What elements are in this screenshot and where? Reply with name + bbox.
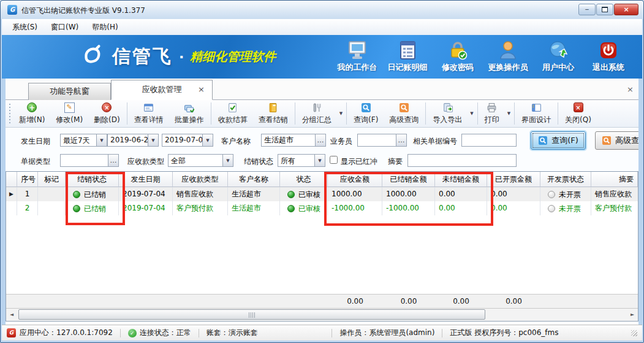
tab-receivables[interactable]: 应收款管理 ×: [111, 80, 213, 100]
user-center-globe-icon: [548, 40, 568, 60]
header-summary[interactable]: 摘要: [591, 172, 638, 187]
scroll-left-icon[interactable]: ◄: [6, 309, 17, 321]
settle-status-combo[interactable]: 所有▼: [278, 154, 325, 167]
show-red-flush-checkbox[interactable]: [330, 156, 338, 164]
edit-icon: ✎: [64, 102, 75, 113]
brand-dot: ·: [179, 49, 184, 64]
status-text: 已审核: [298, 188, 320, 201]
cell-customer: 生活超市: [228, 201, 280, 215]
toolbar-separator: [211, 102, 211, 125]
date-range-combo[interactable]: 最近7天▼: [60, 134, 107, 147]
toolbar-add-button[interactable]: +新增(N): [13, 100, 50, 127]
toolbar-settle-button[interactable]: 收款结算: [213, 100, 253, 127]
header-customer[interactable]: 客户名称: [228, 172, 280, 187]
toolbar-separator: [558, 102, 558, 125]
customer-input[interactable]: [262, 134, 315, 146]
ellipsis-icon[interactable]: …: [396, 134, 406, 146]
header-date[interactable]: 发生日期: [119, 172, 173, 187]
tab-close-icon[interactable]: ×: [198, 85, 205, 94]
tab-function-nav[interactable]: 功能导航窗: [28, 83, 111, 100]
combo-value: 最近7天: [61, 134, 96, 146]
action-my-workbench[interactable]: 我的工作台: [332, 39, 382, 73]
ellipsis-icon[interactable]: …: [315, 134, 325, 146]
switch-user-icon: [498, 40, 518, 60]
password-lock-icon: [447, 40, 468, 60]
toolbar-import-export-button[interactable]: 导入导出: [427, 100, 468, 127]
toolbar-print-button[interactable]: 打印: [479, 100, 505, 127]
toolbar: +新增(N) ✎修改(M) ×删除(D) 查看详情 批量操作 收款结算 查看结销…: [6, 100, 638, 128]
scroll-right-icon[interactable]: ►: [627, 309, 638, 321]
action-change-password[interactable]: 修改密码: [433, 39, 483, 73]
toolbar-close-button[interactable]: ×关闭(Q): [559, 100, 597, 127]
toolbar-delete-button[interactable]: ×删除(D): [88, 100, 126, 127]
dropdown-icon[interactable]: ▼: [505, 111, 513, 116]
footer-total-invoiced: 0.00: [487, 295, 540, 308]
header-mark[interactable]: 标记: [38, 172, 66, 187]
salesman-input[interactable]: [358, 134, 396, 146]
toolbar-ui-design-button[interactable]: 界面设计: [516, 100, 556, 127]
toolbar-label: 界面设计: [521, 115, 551, 125]
toolbar-group-summary-button[interactable]: 分组汇总: [297, 100, 337, 127]
chevron-down-icon[interactable]: ▼: [148, 134, 158, 146]
toolbar-view-detail-button[interactable]: 查看详情: [129, 100, 169, 127]
chevron-down-icon[interactable]: ▼: [222, 155, 233, 166]
toolbar-label: 新增(N): [19, 115, 45, 125]
toolbar-grip[interactable]: [8, 104, 12, 123]
customer-label: 客户名称: [221, 136, 251, 147]
brand-banner: 信管飞 · 精细化管理软件 我的工作台 日记账明细 修改密码 更换操作员: [2, 35, 642, 79]
app-center-logo-icon: G: [7, 328, 16, 337]
header-recv-type[interactable]: 应收款类型: [173, 172, 228, 187]
action-journal-detail[interactable]: 日记账明细: [382, 39, 433, 73]
header-invoiced[interactable]: 已开票金额: [487, 172, 540, 187]
dropdown-icon[interactable]: ▼: [337, 111, 345, 116]
header-seq[interactable]: 序号: [17, 172, 38, 187]
summary-label: 摘要: [388, 156, 403, 167]
toolbar-batch-button[interactable]: 批量操作: [169, 100, 210, 127]
cell-invoiced: 0.00: [487, 201, 540, 215]
action-switch-operator[interactable]: 更换操作员: [483, 39, 533, 73]
toolbar-edit-button[interactable]: ✎修改(M): [50, 100, 88, 127]
toolbar-adv-query-button[interactable]: 高级查询: [384, 100, 424, 127]
dropdown-icon[interactable]: ▼: [468, 111, 475, 116]
toolbar-view-writeoff-button[interactable]: 查看结销: [253, 100, 294, 127]
tabstrip-close-icon[interactable]: ×: [627, 85, 634, 94]
menu-system[interactable]: 系统(S): [6, 20, 44, 34]
header-status[interactable]: 状态: [280, 172, 328, 187]
date-to-combo[interactable]: 2019-07-04▼: [162, 134, 213, 147]
action-user-center[interactable]: 用户中心: [533, 39, 583, 73]
delete-icon: ×: [102, 102, 112, 112]
chevron-down-icon[interactable]: ▼: [202, 134, 213, 146]
toolbar-separator: [477, 102, 478, 125]
brand-name: 信管飞: [112, 44, 173, 69]
minimize-button[interactable]: ─: [578, 4, 596, 15]
cell-mark: [38, 201, 66, 215]
advanced-query-button[interactable]: 高级查询: [595, 131, 638, 150]
toolbar-query-button[interactable]: 查询(F): [348, 100, 384, 127]
menu-window[interactable]: 窗口(W): [44, 20, 85, 34]
header-indicator: [6, 172, 17, 187]
journal-list-icon: [398, 40, 417, 60]
doc-type-input[interactable]: [61, 155, 108, 166]
resize-grip[interactable]: [631, 330, 637, 336]
ellipsis-icon[interactable]: …: [108, 155, 118, 166]
restore-icon: [602, 7, 608, 12]
title-bar: G 信管飞出纳记账软件专业版 V9.1.377 ─ ×: [1, 1, 643, 19]
menu-help[interactable]: 帮助(H): [85, 20, 124, 34]
summary-input[interactable]: [408, 155, 516, 166]
green-status-icon: [287, 205, 295, 212]
ui-design-icon: [531, 102, 542, 113]
action-exit-system[interactable]: 退出系统: [583, 39, 634, 73]
close-button[interactable]: ×: [614, 4, 638, 15]
restore-button[interactable]: [596, 4, 613, 15]
recv-type-combo[interactable]: 全部▼: [168, 154, 233, 167]
date-from-combo[interactable]: 2019-06-27▼: [107, 134, 159, 147]
exit-power-icon: [599, 40, 618, 60]
header-invoice-status[interactable]: 开发票状态: [540, 172, 591, 187]
chevron-down-icon[interactable]: ▼: [314, 155, 325, 166]
ref-no-input[interactable]: [462, 134, 516, 146]
app-logo-icon: G: [7, 5, 17, 15]
scrollbar-thumb[interactable]: [18, 309, 485, 320]
query-button[interactable]: 查询(F): [531, 131, 586, 150]
chevron-down-icon[interactable]: ▼: [96, 134, 107, 146]
adv-query-button-label: 高级查询: [615, 135, 638, 146]
